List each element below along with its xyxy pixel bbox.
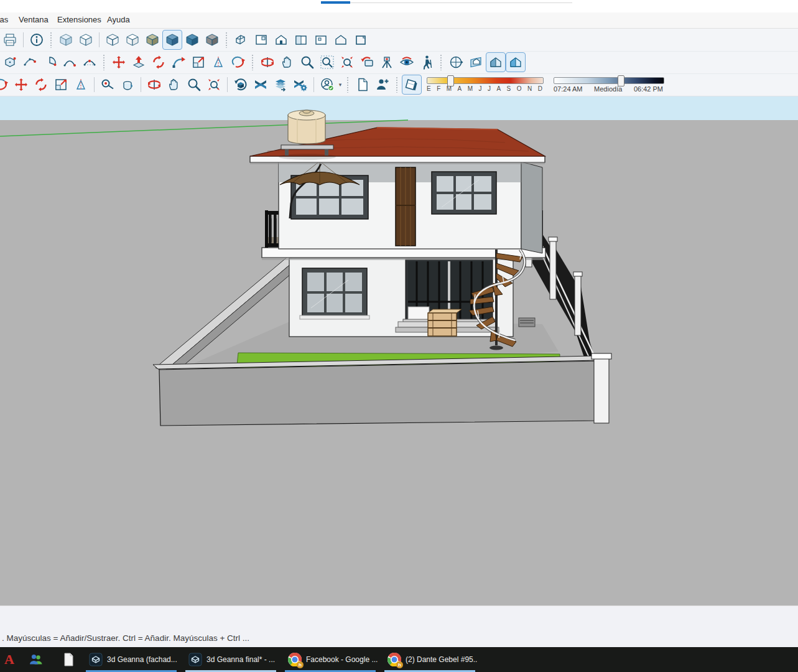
bottom-view-button[interactable] (351, 30, 371, 50)
account-button[interactable] (317, 75, 337, 95)
xray-cube-icon (58, 32, 73, 47)
toolbar-handle[interactable] (346, 77, 350, 93)
polygon-tool-button[interactable] (0, 52, 20, 72)
model-info-button[interactable] (27, 30, 47, 50)
taskbar-task-chrome-2[interactable]: h (2) Dante Gebel #95... (383, 647, 478, 672)
month-label: E (427, 85, 431, 92)
toolbar-handle[interactable] (50, 32, 53, 48)
notepad-icon[interactable] (61, 652, 76, 667)
toolbar-row-tools (0, 51, 798, 74)
orbit-button[interactable] (257, 52, 277, 72)
iso-view-button[interactable] (231, 30, 251, 50)
toolbar-handle[interactable] (103, 54, 106, 70)
look-around-button[interactable] (397, 52, 417, 72)
separator (141, 77, 141, 92)
zoom-window-button[interactable] (317, 52, 337, 72)
status-bar: . Mayúsculas = Añadir/Sustraer. Ctrl = A… (0, 605, 798, 648)
monochrome-cube-icon (205, 32, 220, 47)
right-view-button[interactable] (291, 30, 311, 50)
shadow-date-slider-thumb[interactable] (447, 75, 454, 86)
shaded-textures-style-button[interactable] (162, 30, 182, 50)
front-view-button[interactable] (271, 30, 291, 50)
toolbar-handle[interactable] (440, 54, 443, 70)
pan-button[interactable] (277, 52, 297, 72)
scale-tool-icon (53, 77, 68, 92)
menu-herramientas-truncated[interactable]: tas (0, 15, 8, 24)
month-label: M (468, 85, 473, 92)
share-model-button[interactable] (251, 75, 271, 95)
rotate-tool-button[interactable] (149, 52, 169, 72)
share-component-icon (273, 77, 288, 92)
print-button[interactable] (0, 30, 20, 50)
toolbar-handle[interactable] (396, 77, 399, 93)
model-info-icon (29, 32, 44, 47)
add-person-button[interactable] (373, 75, 392, 95)
shadow-time-slider-thumb[interactable] (618, 75, 624, 86)
menu-ventana[interactable]: Ventana (19, 15, 49, 24)
monochrome-style-button[interactable] (202, 30, 222, 50)
3d-viewport[interactable] (0, 96, 798, 605)
flip-tool-button[interactable] (208, 52, 228, 72)
extension-warehouse-button[interactable] (290, 75, 310, 95)
autocad-icon[interactable]: A (2, 652, 17, 667)
move-tool-button[interactable] (109, 52, 129, 72)
previous-view-button[interactable] (357, 52, 377, 72)
rotate-tool-button[interactable] (31, 75, 51, 95)
back-view-button[interactable] (311, 30, 331, 50)
clipped-tool-button[interactable] (0, 75, 11, 95)
back-edges-style-button[interactable] (76, 30, 96, 50)
arc-2pt-button[interactable] (20, 52, 40, 72)
windows-taskbar: A 3d Geanna (fachad... 3d Geanna final* … (0, 647, 798, 672)
shadow-date-slider[interactable] (427, 77, 544, 84)
top-view-button[interactable] (251, 30, 271, 50)
arc-3pt-icon (82, 55, 97, 70)
textured-style-button[interactable] (182, 30, 202, 50)
account-dropdown-caret[interactable]: ▾ (337, 75, 343, 94)
menu-extensiones[interactable]: Extensiones (57, 15, 101, 24)
move-tool-button[interactable] (11, 75, 31, 95)
left-view-button[interactable] (331, 30, 351, 50)
followme-tool-button[interactable] (169, 52, 188, 72)
clipped-rotate-icon (0, 77, 9, 92)
people-icon[interactable] (29, 652, 44, 667)
walk-button[interactable] (417, 52, 437, 72)
shadow-time-slider[interactable] (554, 77, 664, 84)
zoom-extents-button[interactable] (337, 52, 357, 72)
paint-bucket-button[interactable] (118, 75, 137, 95)
xray-style-button[interactable] (56, 30, 76, 50)
tape-measure-button[interactable] (98, 75, 118, 95)
share-component-button[interactable] (271, 75, 290, 95)
curve-rotate-button[interactable] (228, 52, 248, 72)
hidden-line-style-button[interactable] (123, 30, 142, 50)
zoom-extents-button[interactable] (204, 75, 224, 95)
orbit-button[interactable] (144, 75, 164, 95)
menu-ayuda[interactable]: Ayuda (107, 15, 130, 24)
display-section-planes-button[interactable] (486, 52, 506, 72)
display-section-cuts-button[interactable] (506, 52, 526, 72)
new-document-button[interactable] (353, 75, 373, 95)
toolbar-handle[interactable] (225, 32, 228, 48)
scale-tool-button[interactable] (51, 75, 71, 95)
time-labels: 07:24 AM Mediodía 06:42 PM (554, 85, 663, 93)
taskbar-task-sketchup-2[interactable]: 3d Geanna final* - ... (184, 647, 279, 672)
pushpull-tool-button[interactable] (129, 52, 149, 72)
position-camera-button[interactable] (377, 52, 397, 72)
pan-button[interactable] (164, 75, 184, 95)
shadows-toggle-button[interactable] (402, 75, 422, 95)
wireframe-style-button[interactable] (103, 30, 123, 50)
warehouse-download-button[interactable] (231, 75, 251, 95)
scale-tool-button[interactable] (188, 52, 208, 72)
section-plane-button[interactable] (466, 52, 486, 72)
axes-button[interactable] (446, 52, 466, 72)
arc-pie-button[interactable] (40, 52, 60, 72)
toolbar-handle[interactable] (251, 54, 254, 70)
zoom-icon (300, 55, 315, 70)
zoom-button[interactable] (184, 75, 204, 95)
zoom-button[interactable] (297, 52, 317, 72)
shaded-style-button[interactable] (142, 30, 162, 50)
flip-tool-button[interactable] (71, 75, 91, 95)
arc-button[interactable] (60, 52, 80, 72)
arc-3pt-button[interactable] (80, 52, 100, 72)
taskbar-task-sketchup-1[interactable]: 3d Geanna (fachad... (85, 647, 179, 672)
taskbar-task-chrome-1[interactable]: h Facebook - Google ... (284, 647, 378, 672)
